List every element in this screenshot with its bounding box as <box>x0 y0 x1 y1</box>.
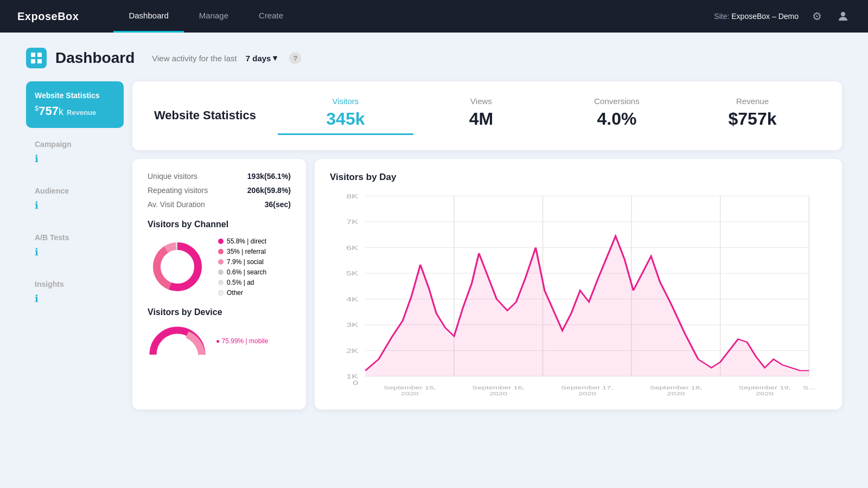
unique-visitors-label: Unique visitors <box>148 172 197 181</box>
legend-referral: 35% | referral <box>218 248 266 255</box>
page-title: Dashboard <box>55 49 135 67</box>
site-label: Site: ExposeBox – Demo <box>714 12 799 21</box>
svg-text:2020: 2020 <box>667 390 685 396</box>
info-icon-insights: ℹ <box>35 293 115 305</box>
period-selector[interactable]: 7 days ▾ <box>246 53 278 63</box>
sidebar-revenue: $757k Revenue <box>35 104 115 118</box>
stat-revenue[interactable]: Revenue $757k <box>685 97 820 135</box>
svg-text:September 15,: September 15, <box>384 385 436 391</box>
legend-other: Other <box>218 289 266 297</box>
app-logo: ExposeBox <box>17 10 79 23</box>
main-layout: Website Statistics $757k Revenue Campaig… <box>26 81 842 409</box>
sidebar-label-insights: Insights <box>35 280 115 288</box>
chart-panel: Visitors by Day <box>315 159 842 409</box>
svg-text:September 18,: September 18, <box>650 385 702 391</box>
sidebar-label-website-statistics: Website Statistics <box>35 91 115 100</box>
info-icon-ab-tests: ℹ <box>35 246 115 258</box>
channel-donut-chart <box>148 237 207 297</box>
unique-visitors-row: Unique visitors 193k(56.1%) <box>148 172 291 181</box>
visitors-panel: Unique visitors 193k(56.1%) Repeating vi… <box>132 159 306 409</box>
nav-links: Dashboard Manage Create <box>113 0 692 33</box>
svg-text:2020: 2020 <box>578 390 596 396</box>
gear-icon[interactable]: ⚙ <box>809 9 825 24</box>
svg-text:7K: 7K <box>346 219 358 226</box>
device-mobile-label: ● 75.99% | mobile <box>216 337 268 345</box>
stat-conversions-label: Conversions <box>594 97 639 106</box>
svg-text:3K: 3K <box>346 322 358 329</box>
sidebar: Website Statistics $757k Revenue Campaig… <box>26 81 124 409</box>
legend-search: 0.6% | search <box>218 268 266 276</box>
channel-content: 55.8% | direct 35% | referral 7.9% | soc… <box>148 237 291 297</box>
help-icon[interactable]: ? <box>289 52 301 64</box>
nav-dashboard[interactable]: Dashboard <box>113 0 183 33</box>
stat-conversions[interactable]: Conversions 4.0% <box>549 97 685 135</box>
stats-metrics: Visitors 345k Views 4M Conversions 4.0% … <box>278 97 820 135</box>
info-icon-campaign: ℹ <box>35 153 115 165</box>
svg-marker-43 <box>365 236 809 376</box>
stat-visitors[interactable]: Visitors 345k <box>278 97 413 135</box>
svg-text:September 19,: September 19, <box>738 385 790 391</box>
info-icon-audience: ℹ <box>35 200 115 211</box>
page-content: Dashboard View activity for the last 7 d… <box>0 33 868 425</box>
sidebar-label-ab-tests: A/B Tests <box>35 233 115 242</box>
stat-visitors-value: 345k <box>326 109 365 129</box>
day-chart-svg: 8K 7K 6K 5K 4K 3K 2K 1K 0 September 15, … <box>330 190 827 396</box>
repeating-visitors-row: Repeating visitors 206k(59.8%) <box>148 186 291 195</box>
sidebar-item-campaign[interactable]: Campaign ℹ <box>26 130 124 175</box>
svg-rect-1 <box>31 53 35 57</box>
channel-title: Visitors by Channel <box>148 220 291 229</box>
svg-rect-2 <box>37 53 42 57</box>
stat-views[interactable]: Views 4M <box>413 97 549 135</box>
repeating-visitors-label: Repeating visitors <box>148 186 208 195</box>
svg-text:2020: 2020 <box>401 390 419 396</box>
svg-text:September 16,: September 16, <box>473 385 525 391</box>
svg-text:4K: 4K <box>346 296 358 303</box>
stat-views-value: 4M <box>469 109 493 129</box>
svg-rect-4 <box>37 59 42 63</box>
sidebar-label-audience: Audience <box>35 187 115 195</box>
sidebar-item-audience[interactable]: Audience ℹ <box>26 177 124 221</box>
nav-manage[interactable]: Manage <box>184 0 244 33</box>
stat-revenue-label: Revenue <box>736 97 769 106</box>
nav-create[interactable]: Create <box>244 0 298 33</box>
user-icon[interactable] <box>835 9 851 24</box>
day-chart-title: Visitors by Day <box>330 172 827 183</box>
site-name: ExposeBox – Demo <box>731 12 799 21</box>
legend-social: 7.9% | social <box>218 258 266 266</box>
visit-duration-value: 36(sec) <box>265 200 291 209</box>
legend-direct: 55.8% | direct <box>218 237 266 245</box>
repeating-visitors-value: 206k(59.8%) <box>247 186 291 195</box>
sidebar-item-insights[interactable]: Insights ℹ <box>26 270 124 314</box>
stats-card-title: Website Statistics <box>154 108 256 124</box>
stat-visitors-label: Visitors <box>332 97 359 106</box>
topnav: ExposeBox Dashboard Manage Create Site: … <box>0 0 868 33</box>
device-donut <box>148 325 207 357</box>
svg-text:5K: 5K <box>346 270 358 277</box>
device-chart-area: ● 75.99% | mobile <box>148 325 291 357</box>
dashboard-icon <box>26 48 47 68</box>
svg-text:2K: 2K <box>346 347 358 354</box>
svg-text:2020: 2020 <box>756 390 774 396</box>
legend-ad: 0.5% | ad <box>218 279 266 286</box>
topnav-right: Site: ExposeBox – Demo ⚙ <box>714 9 851 24</box>
stat-revenue-value: $757k <box>729 109 777 129</box>
chevron-down-icon: ▾ <box>273 53 277 63</box>
svg-text:S...: S... <box>803 385 815 391</box>
sidebar-item-ab-tests[interactable]: A/B Tests ℹ <box>26 223 124 268</box>
content-area: Website Statistics Visitors 345k Views 4… <box>132 81 842 409</box>
svg-point-0 <box>841 12 845 16</box>
channel-legend: 55.8% | direct 35% | referral 7.9% | soc… <box>218 237 266 297</box>
svg-text:8K: 8K <box>346 192 358 200</box>
svg-rect-3 <box>31 59 35 63</box>
sidebar-item-website-statistics[interactable]: Website Statistics $757k Revenue <box>26 81 124 128</box>
svg-text:2020: 2020 <box>489 390 507 396</box>
dashboard-header: Dashboard View activity for the last 7 d… <box>26 48 842 68</box>
stat-conversions-value: 4.0% <box>597 109 637 129</box>
bottom-panels: Unique visitors 193k(56.1%) Repeating vi… <box>132 159 842 409</box>
svg-text:September 17,: September 17, <box>561 385 613 391</box>
day-chart-container: 8K 7K 6K 5K 4K 3K 2K 1K 0 September 15, … <box>330 190 827 396</box>
stat-views-label: Views <box>470 97 492 106</box>
unique-visitors-value: 193k(56.1%) <box>247 172 291 181</box>
device-title: Visitors by Device <box>148 307 291 317</box>
visit-duration-label: Av. Visit Duration <box>148 200 205 209</box>
